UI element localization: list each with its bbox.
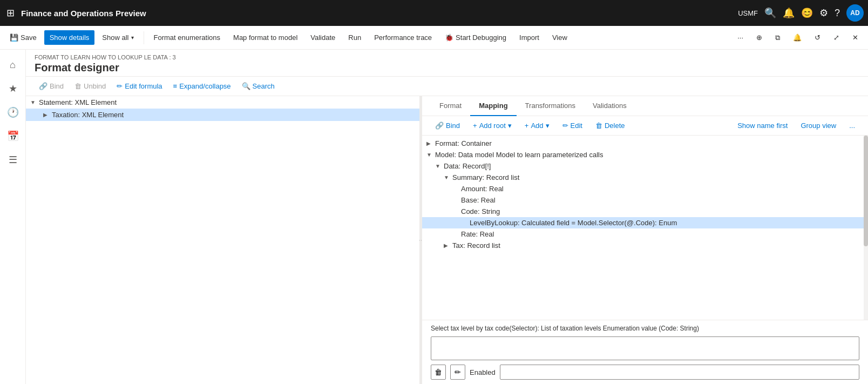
tree-label-statement: Statement: XML Element bbox=[39, 98, 117, 106]
breadcrumb: FORMAT TO LEARN HOW TO LOOKUP LE DATA : … bbox=[35, 54, 859, 60]
group-view-button[interactable]: Group view bbox=[796, 119, 840, 132]
mapping-item-data[interactable]: ▼ Data: Record[!] bbox=[422, 160, 868, 172]
show-name-first-button[interactable]: Show name first bbox=[733, 119, 792, 132]
mapping-item-amount[interactable]: Amount: Real bbox=[422, 183, 868, 194]
enabled-label: Enabled bbox=[470, 368, 496, 376]
delete-button[interactable]: 🗑 Delete bbox=[591, 119, 629, 132]
edit-formula-button[interactable]: ✏ Edit formula bbox=[112, 80, 166, 92]
enabled-edit-button[interactable]: ✏ bbox=[450, 365, 465, 380]
mapping-pane: Format Mapping Transformations Validatio… bbox=[422, 96, 868, 384]
debug-icon: 🐞 bbox=[445, 33, 453, 42]
mapping-item-code[interactable]: Code: String bbox=[422, 206, 868, 217]
tree-label-taxation: Taxation: XML Element bbox=[52, 111, 124, 119]
tabs-row: Format Mapping Transformations Validatio… bbox=[422, 96, 868, 116]
restore-button[interactable]: ⤢ bbox=[828, 30, 845, 45]
settings-icon[interactable]: ⚙ bbox=[819, 7, 828, 19]
avatar[interactable]: AD bbox=[846, 4, 864, 22]
add-button[interactable]: + Add ▾ bbox=[520, 119, 554, 132]
refresh-button[interactable]: ↺ bbox=[809, 30, 826, 45]
validate-button[interactable]: Validate bbox=[305, 30, 341, 45]
unbind-icon: 🗑 bbox=[74, 82, 82, 90]
show-all-button[interactable]: Show all ▾ bbox=[97, 30, 139, 45]
nav-home-icon[interactable]: ⌂ bbox=[2, 54, 24, 76]
mapping-bottom: Select tax level by tax code(Selector): … bbox=[422, 320, 868, 384]
add-chevron: ▾ bbox=[546, 122, 550, 130]
bind-button[interactable]: 🔗 Bind bbox=[35, 80, 68, 92]
label-amount: Amount: Real bbox=[461, 185, 504, 193]
save-icon: 💾 bbox=[10, 33, 18, 42]
show-details-button[interactable]: Show details bbox=[44, 30, 95, 45]
tab-mapping[interactable]: Mapping bbox=[470, 96, 516, 116]
label-data: Data: Record[!] bbox=[444, 162, 491, 170]
edit-button[interactable]: ✏ Edit bbox=[558, 119, 587, 132]
unbind-button[interactable]: 🗑 Unbind bbox=[70, 80, 110, 92]
more-button[interactable]: ··· bbox=[732, 30, 749, 45]
nav-list-icon[interactable]: ☰ bbox=[2, 149, 24, 171]
save-button[interactable]: 💾 Save bbox=[4, 30, 42, 45]
mapping-item-summary[interactable]: ▼ Summary: Record list bbox=[422, 172, 868, 183]
page-title: Format designer bbox=[35, 62, 859, 74]
open-new-button[interactable]: ⧉ bbox=[770, 30, 785, 45]
left-nav: ⌂ ★ 🕐 📅 ☰ bbox=[0, 50, 26, 384]
mapping-tree: ▶ Format: Container ▼ Model: Data model … bbox=[422, 136, 868, 320]
tab-format[interactable]: Format bbox=[431, 96, 470, 116]
expand-icon: ≡ bbox=[173, 82, 178, 90]
enabled-delete-button[interactable]: 🗑 bbox=[431, 365, 446, 380]
close-button[interactable]: ✕ bbox=[847, 30, 864, 45]
add-root-button[interactable]: + Add root ▾ bbox=[469, 119, 516, 132]
tree-item-statement[interactable]: ▼ Statement: XML Element bbox=[26, 96, 419, 109]
mapping-item-format-container[interactable]: ▶ Format: Container bbox=[422, 138, 868, 149]
smiley-icon[interactable]: 😊 bbox=[801, 7, 813, 19]
mapping-bind-button[interactable]: 🔗 Bind bbox=[431, 119, 464, 132]
format-enumerations-button[interactable]: Format enumerations bbox=[148, 30, 226, 45]
mapping-toolbar: 🔗 Bind + Add root ▾ + Add ▾ ✏ bbox=[422, 116, 868, 136]
add-root-chevron: ▾ bbox=[508, 122, 512, 130]
notifications-button[interactable]: 🔔 bbox=[788, 30, 807, 45]
enabled-row: 🗑 ✏ Enabled bbox=[431, 365, 859, 380]
nav-recent-icon[interactable]: 🕐 bbox=[2, 102, 24, 123]
mapping-item-rate[interactable]: Rate: Real bbox=[422, 228, 868, 240]
tab-validations[interactable]: Validations bbox=[584, 96, 635, 116]
nav-calendar-icon[interactable]: 📅 bbox=[2, 125, 24, 147]
personalize-button[interactable]: ⊕ bbox=[751, 30, 768, 45]
chevron-tax: ▶ bbox=[444, 242, 452, 248]
bell-icon[interactable]: 🔔 bbox=[783, 7, 795, 19]
view-button[interactable]: View bbox=[547, 30, 573, 45]
scrollbar-track bbox=[864, 136, 868, 320]
chevron-model: ▼ bbox=[426, 152, 435, 158]
label-base: Base: Real bbox=[461, 196, 496, 204]
edit-pencil-icon: ✏ bbox=[562, 122, 568, 130]
help-icon[interactable]: ? bbox=[835, 8, 840, 19]
user-label: USMF bbox=[738, 9, 758, 17]
label-tax: Tax: Record list bbox=[452, 241, 500, 250]
expand-collapse-button[interactable]: ≡ Expand/collapse bbox=[169, 80, 235, 92]
nav-star-icon[interactable]: ★ bbox=[2, 78, 24, 99]
map-format-button[interactable]: Map format to model bbox=[228, 30, 303, 45]
label-level-by-lookup: LevelByLookup: Calculated field = Model.… bbox=[470, 219, 677, 227]
mapping-item-model[interactable]: ▼ Model: Data model Model to learn param… bbox=[422, 149, 868, 160]
mapping-item-level-by-lookup[interactable]: LevelByLookup: Calculated field = Model.… bbox=[422, 217, 868, 228]
chevron-statement: ▼ bbox=[30, 99, 39, 105]
search-button[interactable]: 🔍 Search bbox=[238, 80, 279, 92]
start-debugging-button[interactable]: 🐞 Start Debugging bbox=[439, 30, 512, 45]
label-summary: Summary: Record list bbox=[452, 173, 519, 181]
tree-item-taxation[interactable]: ▶ Taxation: XML Element bbox=[26, 109, 419, 121]
performance-trace-button[interactable]: Performance trace bbox=[369, 30, 437, 45]
chevron-format-container: ▶ bbox=[426, 140, 435, 146]
enabled-input[interactable] bbox=[500, 365, 859, 380]
app-grid-icon[interactable]: ⊞ bbox=[4, 5, 17, 21]
scrollbar-thumb bbox=[864, 136, 868, 246]
run-button[interactable]: Run bbox=[343, 30, 367, 45]
mapping-item-base[interactable]: Base: Real bbox=[422, 194, 868, 206]
chevron-taxation: ▶ bbox=[43, 112, 52, 118]
tab-transformations[interactable]: Transformations bbox=[517, 96, 584, 116]
edit-icon: ✏ bbox=[117, 82, 123, 90]
page-header: FORMAT TO LEARN HOW TO LOOKUP LE DATA : … bbox=[26, 50, 868, 77]
import-button[interactable]: Import bbox=[514, 30, 545, 45]
mapping-item-tax[interactable]: ▶ Tax: Record list bbox=[422, 240, 868, 251]
formula-box[interactable] bbox=[431, 336, 859, 360]
label-code: Code: String bbox=[461, 207, 500, 215]
more-options-button[interactable]: ... bbox=[845, 119, 859, 132]
search-icon[interactable]: 🔍 bbox=[764, 7, 776, 19]
bottom-info-text: Select tax level by tax code(Selector): … bbox=[431, 325, 859, 332]
